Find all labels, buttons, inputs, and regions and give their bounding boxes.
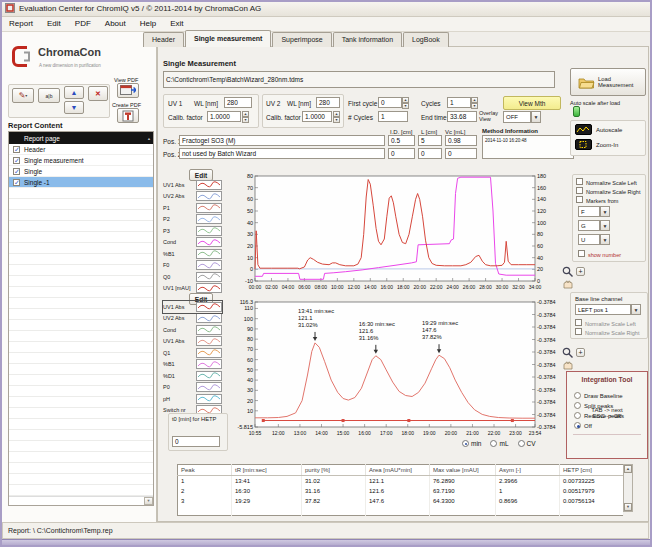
file-path-field[interactable]: C:\Contichrom\Temp\BatchWizard_280nm.tdm… (163, 71, 555, 88)
legend-line-icon[interactable] (196, 272, 222, 282)
detail-chart[interactable]: 10:5512:0013:0014:0015:0016:0017:0018:00… (225, 290, 585, 442)
rename-button[interactable]: a|b (38, 88, 60, 103)
menu-pdf[interactable]: PDF (68, 17, 98, 31)
menu-exit[interactable]: Exit (163, 17, 190, 31)
legend-line-icon[interactable] (196, 313, 222, 323)
autoscale-after-load-toggle[interactable] (573, 106, 580, 117)
report-page-row[interactable]: ✓Header (9, 144, 153, 155)
split-peaks-radio[interactable] (574, 402, 581, 409)
view-pdf-button[interactable] (117, 83, 139, 98)
legend-line-icon[interactable] (196, 371, 222, 381)
uv1-wl-input[interactable]: 280 (224, 97, 252, 108)
zoom-in-button[interactable] (575, 139, 592, 150)
view-mth-button[interactable]: View Mth (503, 96, 561, 110)
pos2-l-field[interactable]: 0 (418, 148, 442, 159)
cycles-spinner[interactable]: ▲▼ (471, 97, 478, 108)
uv2-wl-input[interactable]: 280 (316, 97, 340, 108)
legend-line-icon[interactable] (196, 336, 222, 346)
legend-line-icon[interactable] (196, 302, 222, 312)
legend-item[interactable]: UV2 Abs (163, 313, 222, 325)
report-page-row[interactable]: ✓Single measurement (9, 155, 153, 166)
uv1-calib-input[interactable]: 1.0000 (207, 111, 241, 122)
pos1-l-field[interactable]: 5 (418, 135, 442, 146)
legend-line-icon[interactable] (196, 249, 222, 259)
legend-line-icon[interactable] (196, 283, 222, 293)
normalize-left-checkbox[interactable] (576, 178, 583, 185)
marker-f-arrow[interactable]: ▼ (600, 206, 610, 217)
report-page-row[interactable]: ✓Single -1 (9, 177, 153, 188)
legend-item[interactable]: P2 (163, 214, 222, 226)
menu-about[interactable]: About (98, 17, 133, 31)
legend-line-icon[interactable] (196, 226, 222, 236)
show-number-checkbox[interactable] (578, 250, 585, 257)
legend-item[interactable]: Cond (163, 324, 222, 336)
tab-superimpose[interactable]: Superimpose (272, 32, 331, 47)
tab-header[interactable]: Header (143, 32, 184, 47)
legend-item[interactable]: UV2 Abs (163, 191, 222, 203)
legend-item[interactable]: Q0 (163, 271, 222, 283)
pos2-id-field[interactable]: 0 (388, 148, 415, 159)
title-bar[interactable]: Evaluation Center for ChromIQ v5 / © 201… (0, 0, 652, 17)
legend-item[interactable]: %D1 (163, 370, 222, 382)
legend-item[interactable]: pH (163, 393, 222, 405)
baseline-channel-dropdown[interactable]: LEFT pos 1 (575, 304, 631, 315)
scroll-down-icon[interactable]: ▼ (624, 503, 632, 511)
tab-single-measurement[interactable]: Single measurement (185, 30, 271, 47)
cycles-input[interactable]: 1 (447, 97, 471, 108)
legend-line-icon[interactable] (196, 325, 222, 335)
page-checkbox[interactable]: ✓ (13, 146, 20, 153)
tab-tank-information[interactable]: Tank information (333, 32, 402, 47)
pos1-name-field[interactable]: Fractogel SO3 (M) (179, 135, 385, 146)
legend-item[interactable]: UV1 Abs (163, 179, 222, 191)
normalize-right-checkbox[interactable] (576, 187, 583, 194)
overlay-view-dropdown[interactable]: OFF (503, 111, 531, 123)
unit-radio-CV[interactable]: CV (518, 440, 536, 447)
move-down-button[interactable]: ▼ (64, 101, 84, 114)
page-checkbox[interactable]: ✓ (13, 179, 20, 186)
unit-radio-min[interactable]: min (462, 440, 481, 447)
delete-page-button[interactable]: ✕ (88, 86, 108, 101)
markers-from-checkbox[interactable] (576, 196, 583, 203)
menu-report[interactable]: Report (2, 17, 40, 31)
uv2-calib-input[interactable]: 1.0000 (302, 111, 332, 122)
legend-item[interactable]: F0 (163, 260, 222, 272)
menu-edit[interactable]: Edit (40, 17, 68, 31)
legend-item[interactable]: P0 (163, 382, 222, 394)
pos2-vc-field[interactable]: 0 (445, 148, 477, 159)
load-measurement-button[interactable]: Load Measurement (570, 68, 646, 96)
scroll-up-icon[interactable]: ▲ (147, 136, 151, 141)
draw-baseline-radio[interactable] (574, 392, 581, 399)
legend-item[interactable]: UV1 Abs (163, 336, 222, 348)
pos2-name-field[interactable]: not used by Batch Wizard (179, 148, 385, 159)
scroll-down-icon[interactable]: ▼ (144, 497, 153, 505)
remove-peaks-radio[interactable] (574, 412, 581, 419)
first-cycle-input[interactable]: 0 (378, 97, 402, 108)
legend-item[interactable]: %B1 (163, 248, 222, 260)
legend-line-icon[interactable] (196, 203, 222, 213)
legend-line-icon[interactable] (196, 237, 222, 247)
num-cycles-input[interactable]: 1 (378, 111, 408, 122)
off-radio[interactable] (574, 422, 581, 429)
peak-table-row[interactable]: 216:3031.16121.663.719010.00517979 (178, 486, 624, 496)
zoom-plus-button[interactable]: + (576, 267, 585, 276)
legend-item[interactable]: %B1 (163, 359, 222, 371)
autoscale-button[interactable] (575, 124, 592, 135)
tab-logbook[interactable]: LogBook (403, 32, 449, 47)
create-pdf-button[interactable] (117, 108, 139, 123)
magnifier-icon[interactable] (562, 347, 574, 359)
bl-normalize-left-checkbox[interactable] (575, 319, 582, 326)
peak-table-scrollbar[interactable]: ▲ ▼ (623, 464, 633, 512)
legend-item[interactable]: Cond (163, 237, 222, 249)
legend-item[interactable]: UV1 Abs (163, 301, 222, 313)
marker-g-arrow[interactable]: ▼ (600, 220, 610, 231)
legend-line-icon[interactable] (196, 394, 222, 404)
pos1-id-field[interactable]: 0.5 (388, 135, 415, 146)
uv1-calib-spinner[interactable]: ▲▼ (242, 111, 249, 122)
hetp-input[interactable]: 0 (172, 436, 220, 447)
magnifier-icon[interactable] (562, 266, 574, 278)
pos1-vc-field[interactable]: 0.98 (445, 135, 477, 146)
legend-line-icon[interactable] (196, 191, 222, 201)
peak-table[interactable]: PeaktR [min:sec]purity [%]Area [mAU*min]… (177, 464, 624, 516)
page-checkbox[interactable]: ✓ (13, 157, 20, 164)
report-page-row[interactable]: ✓Single (9, 166, 153, 177)
